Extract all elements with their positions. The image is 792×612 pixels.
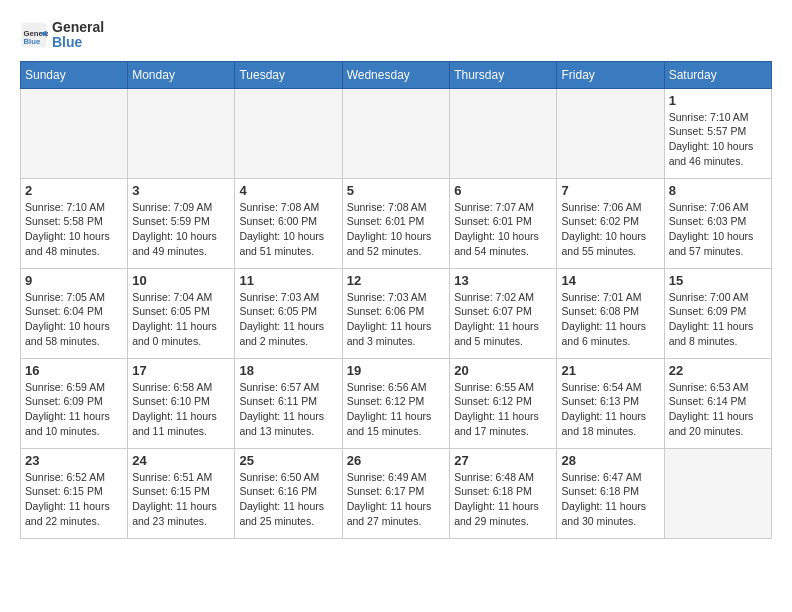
day-number: 16 [25, 363, 123, 378]
day-info: Sunrise: 7:03 AMSunset: 6:05 PMDaylight:… [239, 290, 337, 349]
logo-blue: Blue [52, 35, 104, 50]
calendar-week-1: 1Sunrise: 7:10 AMSunset: 5:57 PMDaylight… [21, 88, 772, 178]
day-number: 3 [132, 183, 230, 198]
day-number: 23 [25, 453, 123, 468]
day-info: Sunrise: 6:57 AMSunset: 6:11 PMDaylight:… [239, 380, 337, 439]
calendar-day [450, 88, 557, 178]
day-header-friday: Friday [557, 61, 664, 88]
calendar-week-3: 9Sunrise: 7:05 AMSunset: 6:04 PMDaylight… [21, 268, 772, 358]
calendar-day: 17Sunrise: 6:58 AMSunset: 6:10 PMDayligh… [128, 358, 235, 448]
calendar-day: 21Sunrise: 6:54 AMSunset: 6:13 PMDayligh… [557, 358, 664, 448]
day-info: Sunrise: 7:09 AMSunset: 5:59 PMDaylight:… [132, 200, 230, 259]
calendar-day: 14Sunrise: 7:01 AMSunset: 6:08 PMDayligh… [557, 268, 664, 358]
day-info: Sunrise: 6:54 AMSunset: 6:13 PMDaylight:… [561, 380, 659, 439]
calendar-day [128, 88, 235, 178]
day-info: Sunrise: 6:58 AMSunset: 6:10 PMDaylight:… [132, 380, 230, 439]
calendar-day: 27Sunrise: 6:48 AMSunset: 6:18 PMDayligh… [450, 448, 557, 538]
calendar-day: 10Sunrise: 7:04 AMSunset: 6:05 PMDayligh… [128, 268, 235, 358]
day-info: Sunrise: 7:07 AMSunset: 6:01 PMDaylight:… [454, 200, 552, 259]
calendar-week-5: 23Sunrise: 6:52 AMSunset: 6:15 PMDayligh… [21, 448, 772, 538]
calendar-week-4: 16Sunrise: 6:59 AMSunset: 6:09 PMDayligh… [21, 358, 772, 448]
calendar-day: 6Sunrise: 7:07 AMSunset: 6:01 PMDaylight… [450, 178, 557, 268]
calendar-table: SundayMondayTuesdayWednesdayThursdayFrid… [20, 61, 772, 539]
svg-text:Blue: Blue [24, 37, 41, 46]
calendar-day: 19Sunrise: 6:56 AMSunset: 6:12 PMDayligh… [342, 358, 450, 448]
day-info: Sunrise: 6:49 AMSunset: 6:17 PMDaylight:… [347, 470, 446, 529]
logo-general: General [52, 19, 104, 35]
calendar-day: 8Sunrise: 7:06 AMSunset: 6:03 PMDaylight… [664, 178, 771, 268]
calendar-day: 16Sunrise: 6:59 AMSunset: 6:09 PMDayligh… [21, 358, 128, 448]
calendar-day: 5Sunrise: 7:08 AMSunset: 6:01 PMDaylight… [342, 178, 450, 268]
day-info: Sunrise: 6:47 AMSunset: 6:18 PMDaylight:… [561, 470, 659, 529]
calendar-day: 12Sunrise: 7:03 AMSunset: 6:06 PMDayligh… [342, 268, 450, 358]
calendar-day: 18Sunrise: 6:57 AMSunset: 6:11 PMDayligh… [235, 358, 342, 448]
day-info: Sunrise: 6:56 AMSunset: 6:12 PMDaylight:… [347, 380, 446, 439]
calendar-day: 13Sunrise: 7:02 AMSunset: 6:07 PMDayligh… [450, 268, 557, 358]
calendar-day [235, 88, 342, 178]
day-info: Sunrise: 7:10 AMSunset: 5:57 PMDaylight:… [669, 110, 767, 169]
day-number: 6 [454, 183, 552, 198]
day-number: 28 [561, 453, 659, 468]
page-header: General Blue General Blue [20, 20, 772, 51]
day-number: 8 [669, 183, 767, 198]
day-info: Sunrise: 6:52 AMSunset: 6:15 PMDaylight:… [25, 470, 123, 529]
calendar-day: 24Sunrise: 6:51 AMSunset: 6:15 PMDayligh… [128, 448, 235, 538]
day-info: Sunrise: 6:59 AMSunset: 6:09 PMDaylight:… [25, 380, 123, 439]
day-info: Sunrise: 7:01 AMSunset: 6:08 PMDaylight:… [561, 290, 659, 349]
day-number: 4 [239, 183, 337, 198]
day-number: 11 [239, 273, 337, 288]
day-info: Sunrise: 7:06 AMSunset: 6:03 PMDaylight:… [669, 200, 767, 259]
day-info: Sunrise: 6:51 AMSunset: 6:15 PMDaylight:… [132, 470, 230, 529]
day-header-monday: Monday [128, 61, 235, 88]
calendar-day: 3Sunrise: 7:09 AMSunset: 5:59 PMDaylight… [128, 178, 235, 268]
calendar-day: 9Sunrise: 7:05 AMSunset: 6:04 PMDaylight… [21, 268, 128, 358]
day-header-tuesday: Tuesday [235, 61, 342, 88]
calendar-day: 20Sunrise: 6:55 AMSunset: 6:12 PMDayligh… [450, 358, 557, 448]
day-info: Sunrise: 6:50 AMSunset: 6:16 PMDaylight:… [239, 470, 337, 529]
day-info: Sunrise: 7:04 AMSunset: 6:05 PMDaylight:… [132, 290, 230, 349]
calendar-day: 15Sunrise: 7:00 AMSunset: 6:09 PMDayligh… [664, 268, 771, 358]
day-info: Sunrise: 7:03 AMSunset: 6:06 PMDaylight:… [347, 290, 446, 349]
day-number: 27 [454, 453, 552, 468]
day-number: 14 [561, 273, 659, 288]
calendar-day: 28Sunrise: 6:47 AMSunset: 6:18 PMDayligh… [557, 448, 664, 538]
day-number: 13 [454, 273, 552, 288]
day-header-wednesday: Wednesday [342, 61, 450, 88]
day-info: Sunrise: 6:48 AMSunset: 6:18 PMDaylight:… [454, 470, 552, 529]
calendar-day [664, 448, 771, 538]
day-number: 7 [561, 183, 659, 198]
day-number: 21 [561, 363, 659, 378]
calendar-day: 4Sunrise: 7:08 AMSunset: 6:00 PMDaylight… [235, 178, 342, 268]
day-info: Sunrise: 7:05 AMSunset: 6:04 PMDaylight:… [25, 290, 123, 349]
day-number: 22 [669, 363, 767, 378]
day-number: 26 [347, 453, 446, 468]
day-number: 15 [669, 273, 767, 288]
day-header-sunday: Sunday [21, 61, 128, 88]
calendar-day: 11Sunrise: 7:03 AMSunset: 6:05 PMDayligh… [235, 268, 342, 358]
calendar-day [342, 88, 450, 178]
day-number: 18 [239, 363, 337, 378]
day-info: Sunrise: 6:55 AMSunset: 6:12 PMDaylight:… [454, 380, 552, 439]
calendar-day: 23Sunrise: 6:52 AMSunset: 6:15 PMDayligh… [21, 448, 128, 538]
day-header-saturday: Saturday [664, 61, 771, 88]
day-number: 12 [347, 273, 446, 288]
day-header-thursday: Thursday [450, 61, 557, 88]
calendar-day: 26Sunrise: 6:49 AMSunset: 6:17 PMDayligh… [342, 448, 450, 538]
day-number: 17 [132, 363, 230, 378]
day-number: 5 [347, 183, 446, 198]
logo-icon: General Blue [20, 21, 48, 49]
calendar-day: 7Sunrise: 7:06 AMSunset: 6:02 PMDaylight… [557, 178, 664, 268]
day-number: 10 [132, 273, 230, 288]
calendar-day: 2Sunrise: 7:10 AMSunset: 5:58 PMDaylight… [21, 178, 128, 268]
day-info: Sunrise: 7:00 AMSunset: 6:09 PMDaylight:… [669, 290, 767, 349]
calendar-header-row: SundayMondayTuesdayWednesdayThursdayFrid… [21, 61, 772, 88]
day-info: Sunrise: 7:08 AMSunset: 6:00 PMDaylight:… [239, 200, 337, 259]
day-number: 20 [454, 363, 552, 378]
day-info: Sunrise: 7:06 AMSunset: 6:02 PMDaylight:… [561, 200, 659, 259]
day-info: Sunrise: 6:53 AMSunset: 6:14 PMDaylight:… [669, 380, 767, 439]
day-info: Sunrise: 7:08 AMSunset: 6:01 PMDaylight:… [347, 200, 446, 259]
day-number: 9 [25, 273, 123, 288]
calendar-day: 25Sunrise: 6:50 AMSunset: 6:16 PMDayligh… [235, 448, 342, 538]
day-info: Sunrise: 7:10 AMSunset: 5:58 PMDaylight:… [25, 200, 123, 259]
calendar-day: 1Sunrise: 7:10 AMSunset: 5:57 PMDaylight… [664, 88, 771, 178]
